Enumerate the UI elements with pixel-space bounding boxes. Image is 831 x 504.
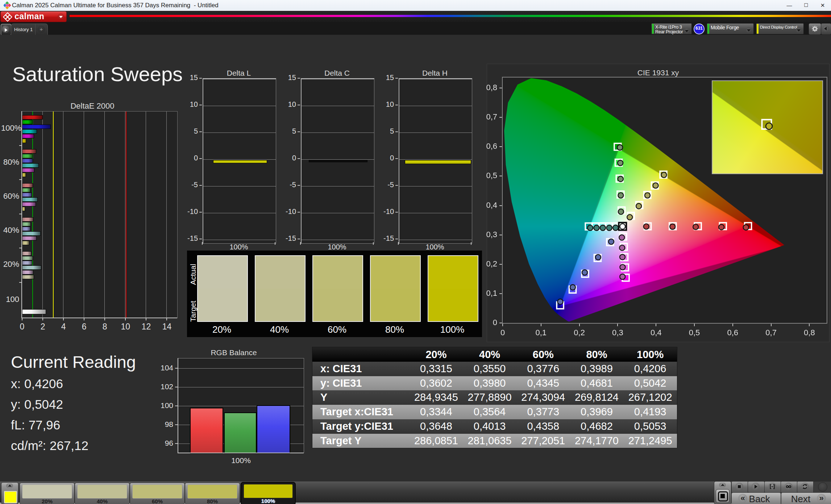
tick-label: 100 bbox=[152, 401, 173, 410]
current-reading-title: Current Reading bbox=[11, 352, 136, 372]
table-cell: 267,1202 bbox=[623, 390, 677, 405]
gridline-vertical bbox=[146, 112, 146, 318]
tick-mark bbox=[499, 235, 502, 235]
tick-mark bbox=[199, 158, 202, 159]
window-title: Calman 2025 Calman Ultimate for Business… bbox=[12, 2, 219, 9]
chart-overlay bbox=[785, 483, 793, 491]
workflow-expand-button[interactable] bbox=[1, 24, 11, 35]
deltae-bar-blue-100% bbox=[22, 125, 51, 129]
decoration bbox=[620, 254, 625, 260]
stop-pattern-button[interactable] bbox=[716, 489, 730, 503]
gridline-horizontal bbox=[203, 186, 276, 186]
tick-label: 102 bbox=[152, 382, 173, 391]
tick-mark bbox=[499, 205, 502, 206]
meter-dropdown[interactable]: X-Rite i1Pro 3 Rear Projector bbox=[651, 23, 692, 34]
meter-line2: Rear Projector bbox=[655, 29, 683, 34]
pattern-tile-80%[interactable]: 80% bbox=[185, 483, 240, 504]
tick-mark bbox=[22, 318, 22, 320]
refresh-button[interactable] bbox=[797, 481, 814, 493]
table-cell: 274,3094 bbox=[516, 390, 570, 405]
decoration bbox=[607, 225, 612, 231]
add-tab-button[interactable]: + bbox=[38, 26, 45, 33]
deltae-bar-white-100 bbox=[22, 309, 46, 314]
tick-label: 80% bbox=[1, 158, 19, 167]
tick-mark bbox=[298, 78, 300, 79]
pattern-tile-100%[interactable]: 100% bbox=[241, 482, 296, 504]
play-button[interactable] bbox=[748, 481, 765, 493]
tick-label: 15 bbox=[275, 74, 296, 82]
tick-label: 5 bbox=[275, 127, 296, 135]
decoration bbox=[582, 270, 587, 275]
deltae-bar-green-100% bbox=[22, 120, 33, 124]
collapse-panel-button[interactable] bbox=[821, 23, 831, 35]
decoration bbox=[719, 224, 724, 230]
comparator-swatch-20% bbox=[197, 255, 248, 322]
meter-count-badge[interactable]: 631 bbox=[694, 24, 705, 34]
calman-menu-button[interactable]: calman bbox=[0, 11, 67, 22]
gridline-horizontal bbox=[399, 240, 472, 240]
stop-button[interactable] bbox=[731, 481, 748, 493]
gridline-horizontal bbox=[399, 186, 472, 186]
chart-overlay bbox=[712, 81, 822, 173]
minimize-button[interactable]: — bbox=[781, 0, 798, 10]
back-button[interactable]: «Back bbox=[731, 492, 781, 504]
deltaL-title: Delta L bbox=[188, 69, 290, 77]
pattern-tile-20%[interactable]: 20% bbox=[20, 483, 75, 504]
pattern-tile-40%[interactable]: 40% bbox=[75, 483, 130, 504]
deltae-bar-blue-60% bbox=[22, 193, 32, 197]
display-control-dropdown[interactable]: Direct Display Control bbox=[756, 23, 804, 34]
tick-label: 15 bbox=[177, 74, 198, 82]
comparator-swatch-100% bbox=[428, 255, 478, 322]
decoration bbox=[198, 289, 247, 321]
deltae-bar-red-20% bbox=[22, 251, 32, 256]
settings-button[interactable] bbox=[809, 23, 821, 35]
deltaC-bar bbox=[309, 160, 367, 162]
decoration bbox=[620, 274, 625, 280]
calman-menu-chevron-icon[interactable] bbox=[58, 13, 64, 20]
tick-label: 15 bbox=[373, 74, 394, 82]
tick-label: 100% bbox=[301, 243, 373, 251]
deltae-bar-yellow-20% bbox=[22, 275, 34, 279]
gridline-horizontal bbox=[203, 213, 276, 213]
measurement-table: 20%40%60%80%100%x: CIE310,33150,35500,37… bbox=[312, 347, 677, 448]
tick-label: 10 bbox=[373, 100, 394, 109]
deltaL-bar bbox=[213, 160, 267, 163]
gridline-horizontal bbox=[399, 133, 472, 133]
table-row-Y: Y284,9345277,8890274,3094269,8124267,120… bbox=[312, 390, 677, 405]
rainbow-strip bbox=[70, 15, 831, 17]
close-button[interactable]: ✕ bbox=[814, 0, 831, 10]
source-dropdown[interactable]: Mobile Forge bbox=[707, 23, 754, 34]
gridline-vertical bbox=[126, 112, 126, 318]
maximize-button[interactable]: ☐ bbox=[798, 0, 814, 10]
tick-mark bbox=[395, 239, 398, 239]
decoration bbox=[644, 224, 649, 229]
table-cell: 0,3980 bbox=[463, 376, 516, 391]
tab-history-1[interactable]: History 1 bbox=[14, 27, 33, 32]
tick-mark bbox=[499, 323, 502, 323]
tick-label: -5 bbox=[275, 181, 296, 189]
gridline-horizontal bbox=[203, 240, 276, 240]
next-button[interactable]: »Next bbox=[781, 492, 831, 504]
tick-label: 100% bbox=[178, 456, 304, 465]
reading-line-3: cd/m²: 267,12 bbox=[11, 438, 88, 453]
transport-popup-icon[interactable] bbox=[719, 483, 726, 487]
rgb-balance-title: RGB Balance bbox=[164, 348, 304, 357]
deltaH-plot bbox=[399, 78, 472, 244]
pattern-popup-icon[interactable] bbox=[6, 483, 13, 488]
tick-label: 0,8 bbox=[475, 83, 497, 92]
tick-label: 10 bbox=[275, 100, 296, 109]
tick-label: -5 bbox=[373, 181, 394, 189]
table-cell: 0,3602 bbox=[410, 376, 463, 391]
pattern-window-tile[interactable] bbox=[1, 482, 18, 504]
table-cell: 0,3969 bbox=[570, 405, 624, 419]
table-cell: 0,5053 bbox=[623, 419, 677, 434]
record-button[interactable] bbox=[813, 481, 831, 493]
bracket-button[interactable] bbox=[764, 481, 781, 493]
deltae-plot bbox=[22, 111, 178, 318]
tick-mark bbox=[395, 105, 398, 105]
pattern-tile-60%[interactable]: 60% bbox=[130, 483, 185, 504]
tick-mark bbox=[395, 78, 398, 79]
decoration bbox=[618, 209, 624, 214]
axis-line bbox=[178, 358, 178, 453]
infinity-button[interactable] bbox=[781, 481, 798, 493]
